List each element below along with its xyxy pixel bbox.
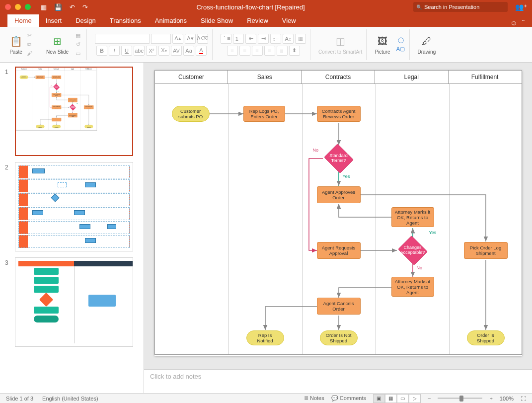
node-customer-po[interactable]: Customer submits PO	[172, 106, 210, 122]
node-changes-acceptable[interactable]: Changes Acceptable?	[397, 237, 429, 264]
paste-button[interactable]: 📋 Paste	[9, 34, 23, 55]
close-window-button[interactable]	[5, 4, 11, 10]
slide-canvas[interactable]: Customer Sales Contracts Legal Fulfillme…	[16, 68, 97, 131]
status-notes[interactable]: ≣ Notes	[304, 395, 324, 402]
format-painter-icon[interactable]: 🖌	[25, 50, 34, 57]
font-family-select[interactable]	[95, 34, 150, 44]
node-standard-terms[interactable]: Standard Terms?	[53, 84, 60, 90]
decrease-font-icon[interactable]: A▾	[185, 34, 196, 44]
char-spacing-button[interactable]: AV	[171, 46, 182, 56]
align-left-button[interactable]: ≡	[227, 46, 238, 56]
slide-thumbnail-2[interactable]	[15, 162, 133, 251]
slide-thumbnail-3[interactable]	[15, 257, 133, 347]
italic-button[interactable]: I	[109, 46, 120, 56]
node-rep-logs[interactable]: Rep Logs PO, Enters Order	[243, 106, 285, 122]
node-not-shipped[interactable]: Order Is Not Shipped	[320, 330, 358, 345]
zoom-value[interactable]: 100%	[500, 396, 514, 402]
clear-format-icon[interactable]: A⌫	[197, 34, 208, 44]
bold-button[interactable]: B	[96, 46, 107, 56]
maximize-window-button[interactable]	[25, 4, 31, 10]
align-center-button[interactable]: ≡	[239, 46, 250, 56]
font-size-select[interactable]	[151, 34, 171, 44]
slide-canvas[interactable]: Customer Sales Contracts Legal Fulfillme…	[154, 70, 522, 356]
copy-icon[interactable]: ⧉	[25, 41, 34, 48]
node-agent-requests[interactable]: Agent Requests Approval	[317, 242, 361, 259]
emoji-icon[interactable]: ☺	[510, 19, 517, 27]
font-color-button[interactable]: A	[196, 46, 207, 56]
slideshow-view-button[interactable]: ▷	[409, 394, 421, 403]
tab-design[interactable]: Design	[69, 14, 102, 27]
new-slide-button[interactable]: ⊞ New Slide	[46, 34, 69, 55]
superscript-button[interactable]: X²	[146, 46, 157, 56]
node-rep-logs[interactable]: Rep Logs PO, Enters Order	[35, 76, 44, 79]
node-agent-cancels[interactable]: Agent Cancels Order	[317, 298, 361, 315]
node-customer-po[interactable]: Customer submits PO	[20, 76, 28, 79]
node-attorney-ok2[interactable]: Attorney Marks it OK, Returns to Agent	[391, 277, 434, 297]
increase-font-icon[interactable]: A▴	[172, 34, 183, 44]
decrease-indent-button[interactable]: ⇤	[245, 34, 256, 44]
node-shipped[interactable]: Order Is Shipped	[84, 125, 93, 128]
reading-view-button[interactable]: ▭	[397, 394, 409, 403]
node-changes-acceptable[interactable]: Changes Acceptable?	[69, 104, 76, 110]
node-pick-order[interactable]: Pick Order Log Shipment	[464, 242, 508, 259]
node-rep-notified[interactable]: Rep Is Notified	[246, 330, 284, 345]
textbox-icon[interactable]: A▢	[396, 46, 405, 53]
shapes-icon[interactable]: ◯	[396, 37, 405, 44]
subscript-button[interactable]: X₂	[158, 46, 169, 56]
zoom-in-button[interactable]: +	[489, 396, 492, 402]
sorter-view-button[interactable]: ▦	[385, 394, 397, 403]
strike-button[interactable]: abc	[134, 46, 145, 56]
tab-transitions[interactable]: Transitions	[103, 14, 148, 27]
bullets-button[interactable]: ⋮≡	[221, 34, 231, 44]
fit-window-button[interactable]: ⛶	[521, 396, 526, 402]
tab-insert[interactable]: Insert	[39, 14, 69, 27]
drawing-button[interactable]: 🖊 Drawing	[418, 34, 436, 55]
numbering-button[interactable]: 1≡	[233, 34, 244, 44]
node-agent-approves[interactable]: Agent Approves Order	[317, 186, 361, 203]
node-agent-requests[interactable]: Agent Requests Approval	[52, 105, 61, 109]
node-not-shipped[interactable]: Order Is Not Shipped	[52, 125, 61, 128]
zoom-out-button[interactable]: −	[428, 396, 431, 402]
slide-thumbnail-1[interactable]: Customer Sales Contracts Legal Fulfillme…	[15, 67, 133, 156]
justify-button[interactable]: ≡	[264, 46, 275, 56]
tab-home[interactable]: Home	[7, 14, 39, 27]
minimize-window-button[interactable]	[15, 4, 21, 10]
node-contracts-review[interactable]: Contracts Agent Reviews Order	[52, 76, 61, 79]
tab-animations[interactable]: Animations	[148, 14, 194, 27]
tab-review[interactable]: Review	[240, 14, 275, 27]
search-input[interactable]: Search in Presentation	[413, 2, 508, 12]
normal-view-button[interactable]: ▣	[373, 394, 385, 403]
align-right-button[interactable]: ≡	[252, 46, 263, 56]
layout-icon[interactable]: ▦	[74, 32, 82, 39]
node-attorney-ok2[interactable]: Attorney Marks it OK, Returns to Agent	[68, 113, 77, 118]
zoom-slider[interactable]	[438, 398, 482, 399]
section-icon[interactable]: ▭	[74, 50, 82, 57]
status-comments[interactable]: 💬 Comments	[331, 395, 366, 402]
notes-area[interactable]: Click to add notes	[144, 369, 532, 393]
status-language[interactable]: English (United States)	[42, 396, 98, 402]
node-contracts-review[interactable]: Contracts Agent Reviews Order	[317, 106, 361, 122]
share-button[interactable]: 👥⁺	[515, 3, 527, 11]
change-case-button[interactable]: Aa	[183, 46, 194, 56]
increase-indent-button[interactable]: ⇥	[258, 34, 269, 44]
node-attorney-ok1[interactable]: Attorney Marks it OK, Returns to Agent	[68, 98, 77, 102]
node-rep-notified[interactable]: Rep Is Notified	[36, 125, 45, 128]
node-attorney-ok1[interactable]: Attorney Marks it OK, Returns to Agent	[391, 207, 434, 227]
underline-button[interactable]: U	[121, 46, 132, 56]
node-shipped[interactable]: Order Is Shipped	[467, 330, 505, 345]
columns-button[interactable]: ▥	[295, 34, 306, 44]
distribute-button[interactable]: ⫼	[277, 46, 288, 56]
line-spacing-button[interactable]: ↕≡	[270, 34, 281, 44]
node-pick-order[interactable]: Pick Order Log Shipment	[84, 105, 93, 109]
collapse-ribbon-icon[interactable]: ˆ	[522, 19, 525, 27]
node-standard-terms[interactable]: Standard Terms?	[323, 145, 355, 172]
node-agent-cancels[interactable]: Agent Cancels Order	[52, 118, 61, 121]
picture-button[interactable]: 🖼 Picture	[375, 34, 390, 55]
text-direction-button[interactable]: A↕	[283, 34, 294, 44]
cut-icon[interactable]: ✂	[25, 32, 34, 39]
tab-view[interactable]: View	[275, 14, 303, 27]
node-agent-approves[interactable]: Agent Approves Order	[52, 93, 61, 96]
tab-slideshow[interactable]: Slide Show	[194, 14, 240, 27]
slide-panel[interactable]: 1 Customer Sales Contracts Legal Fulfill…	[0, 63, 144, 393]
align-text-button[interactable]: ⬍	[289, 46, 300, 56]
